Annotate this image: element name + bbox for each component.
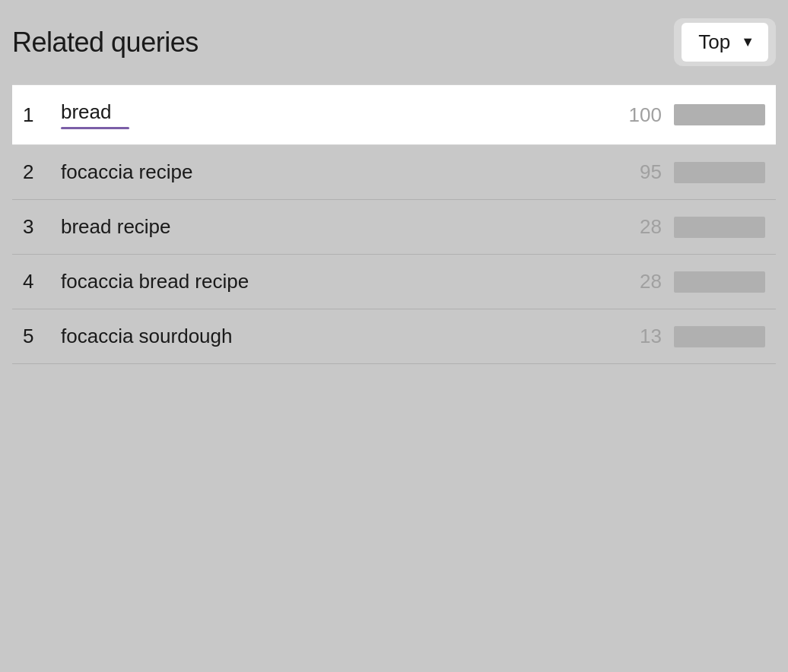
- query-term-wrapper: bread recipe: [61, 215, 616, 239]
- bar-fill: [674, 104, 765, 125]
- query-term-wrapper: focaccia bread recipe: [61, 270, 616, 293]
- dropdown-value: Top: [698, 30, 730, 54]
- query-term-text: focaccia bread recipe: [61, 270, 616, 293]
- query-row[interactable]: 2focaccia recipe95: [12, 145, 776, 200]
- query-term-text: focaccia recipe: [61, 160, 616, 184]
- chevron-down-icon: ▼: [741, 34, 755, 50]
- query-row[interactable]: 1bread100: [12, 84, 776, 145]
- query-score: 28: [616, 215, 662, 239]
- bar-fill: [674, 217, 700, 238]
- bar-container: [674, 104, 765, 125]
- bar-background: [674, 326, 765, 347]
- bar-fill: [674, 326, 686, 347]
- rank-number: 3: [23, 215, 61, 239]
- filter-dropdown[interactable]: Top ▼: [682, 23, 768, 62]
- query-score: 13: [616, 325, 662, 348]
- queries-list: 1bread1002focaccia recipe953bread recipe…: [12, 84, 776, 364]
- query-term-wrapper: focaccia recipe: [61, 160, 616, 184]
- header: Related queries Top ▼: [12, 18, 776, 66]
- query-term-wrapper: focaccia sourdough: [61, 325, 616, 348]
- query-score: 100: [616, 103, 662, 127]
- bar-background: [674, 104, 765, 125]
- dropdown-outer: Top ▼: [674, 18, 776, 66]
- rank-number: 1: [23, 103, 61, 127]
- rank-number: 4: [23, 270, 61, 293]
- query-score: 95: [616, 160, 662, 184]
- query-term-text: bread: [61, 100, 616, 124]
- query-term-text: focaccia sourdough: [61, 325, 616, 348]
- bar-background: [674, 271, 765, 293]
- bar-container: [674, 162, 765, 183]
- bar-fill: [674, 162, 761, 183]
- query-row[interactable]: 3bread recipe28: [12, 200, 776, 255]
- query-row[interactable]: 5focaccia sourdough13: [12, 309, 776, 364]
- term-underline: [61, 127, 129, 129]
- bar-background: [674, 217, 765, 238]
- bar-container: [674, 217, 765, 238]
- rank-number: 5: [23, 325, 61, 348]
- bar-container: [674, 271, 765, 293]
- query-term-wrapper: bread: [61, 100, 616, 129]
- rank-number: 2: [23, 160, 61, 184]
- bar-background: [674, 162, 765, 183]
- query-row[interactable]: 4focaccia bread recipe28: [12, 255, 776, 309]
- bar-container: [674, 326, 765, 347]
- query-score: 28: [616, 270, 662, 293]
- page-container: Related queries Top ▼ 1bread1002focaccia…: [0, 0, 788, 672]
- bar-fill: [674, 271, 700, 293]
- query-term-text: bread recipe: [61, 215, 616, 239]
- page-title: Related queries: [12, 27, 199, 59]
